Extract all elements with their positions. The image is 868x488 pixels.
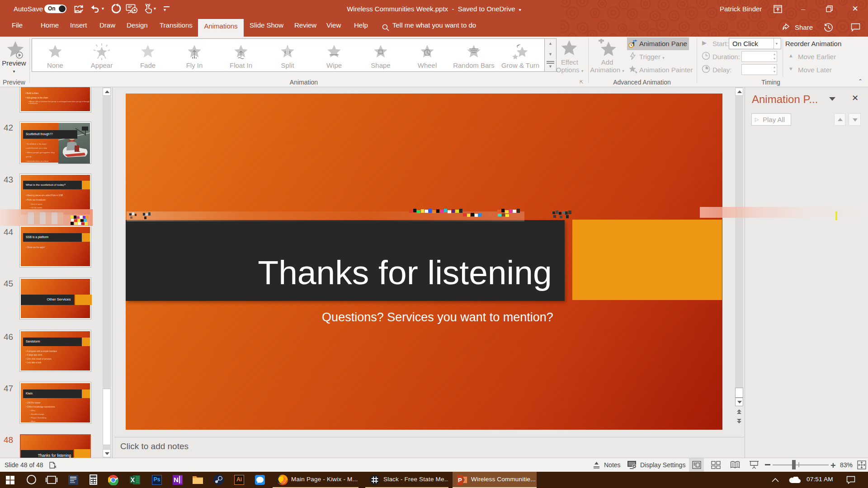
svg-text:P: P — [458, 477, 462, 483]
